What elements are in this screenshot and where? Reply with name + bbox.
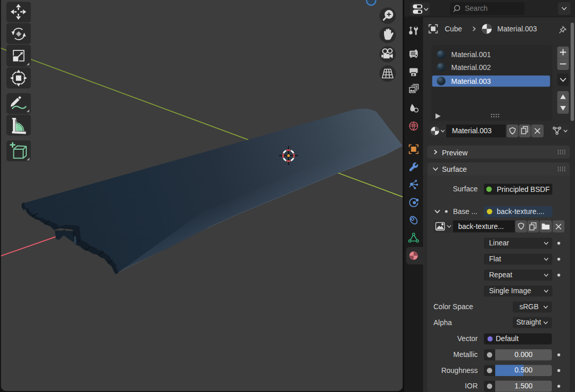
svg-text:Linear: Linear xyxy=(489,239,509,247)
svg-text:Search: Search xyxy=(465,4,487,12)
svg-text:1.500: 1.500 xyxy=(514,382,532,390)
svg-text:Straight: Straight xyxy=(516,318,541,326)
svg-text:Roughness: Roughness xyxy=(441,366,478,375)
svg-text:Cube: Cube xyxy=(445,25,462,33)
svg-text:Preview: Preview xyxy=(442,149,468,157)
svg-text:Vector: Vector xyxy=(457,334,478,343)
svg-text:Repeat: Repeat xyxy=(489,271,512,279)
svg-text:Material.003: Material.003 xyxy=(451,77,491,85)
svg-text:Color Space: Color Space xyxy=(433,302,473,311)
svg-text:Base ...: Base ... xyxy=(453,207,477,216)
svg-text:Flat: Flat xyxy=(489,255,501,263)
svg-text:Surface: Surface xyxy=(453,185,478,193)
svg-text:Material.001: Material.001 xyxy=(451,50,491,59)
svg-text:Material.002: Material.002 xyxy=(451,63,491,72)
svg-text:Alpha: Alpha xyxy=(433,318,452,327)
svg-text:IOR: IOR xyxy=(465,382,478,390)
svg-text:0.500: 0.500 xyxy=(514,366,532,374)
svg-text:sRGB: sRGB xyxy=(519,302,538,311)
svg-text:back-texture....: back-texture.... xyxy=(497,207,545,216)
svg-text:Surface: Surface xyxy=(442,165,467,173)
svg-text:Metallic: Metallic xyxy=(454,350,478,359)
svg-text:Principled BSDF: Principled BSDF xyxy=(497,185,550,193)
svg-text:back-texture...: back-texture... xyxy=(458,222,504,230)
svg-text:Material.003: Material.003 xyxy=(497,25,537,33)
svg-text:Material.003: Material.003 xyxy=(452,127,492,135)
svg-text:Default: Default xyxy=(496,334,518,343)
svg-text:Single Image: Single Image xyxy=(489,287,531,295)
svg-text:0.000: 0.000 xyxy=(514,350,532,359)
